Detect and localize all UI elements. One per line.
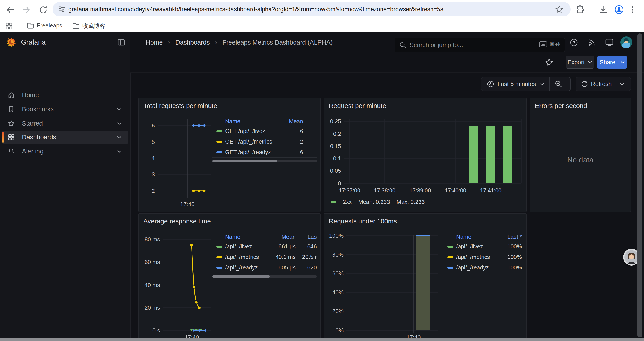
zoom-out-icon[interactable] — [555, 80, 562, 88]
series-swatch-green[interactable] — [216, 245, 222, 248]
panel-title: Errors per second — [535, 102, 587, 110]
actions-divider — [562, 58, 562, 67]
legend-row[interactable]: /api/_/livez 661 µs 646 — [212, 241, 317, 252]
help-icon[interactable]: ? — [570, 39, 578, 47]
time-range-group: Last 5 minutes — [481, 77, 570, 91]
bookmark-label: 收藏博客 — [82, 22, 105, 30]
legend-row[interactable]: GET /api/_/readyz 6 — [212, 147, 317, 158]
series-name: /api/_/livez — [225, 243, 267, 250]
back-icon[interactable] — [6, 6, 14, 14]
legend-scrollbar-thumb[interactable] — [212, 275, 270, 278]
url-text[interactable]: grafana.mathmast.com/d/deytv4rwavabkb/fr… — [68, 6, 443, 13]
no-data-message: No data — [530, 156, 631, 164]
svg-text:60 ms: 60 ms — [144, 259, 160, 265]
chevron-down-icon[interactable] — [116, 135, 122, 140]
panel-total-requests-per-minute[interactable]: Total requests per minute 6 5 4 3 2 17:4… — [138, 98, 321, 212]
series-swatch-blue[interactable] — [216, 267, 222, 269]
sidebar-item-home[interactable]: Home — [2, 89, 128, 101]
col-name[interactable]: Name — [225, 118, 279, 125]
extensions-icon[interactable] — [576, 5, 584, 14]
breadcrumb-dashboards[interactable]: Dashboards — [175, 39, 210, 46]
sidebar-item-bookmarks[interactable]: Bookmarks — [2, 103, 128, 115]
svg-text:0.05: 0.05 — [330, 167, 341, 174]
svg-text:0: 0 — [338, 180, 341, 187]
chevron-down-icon[interactable] — [540, 81, 545, 87]
bar-2xx[interactable] — [486, 126, 495, 183]
chevron-down-icon[interactable] — [116, 106, 122, 112]
panel-request-per-minute[interactable]: Request per minute 0.25 0.2 0.15 0.1 0.0… — [324, 98, 526, 212]
legend-row[interactable]: /api/_/readyz 100% — [444, 262, 522, 273]
svg-text:60%: 60% — [332, 270, 344, 277]
series-name: /api/_/metrics — [456, 254, 496, 260]
panel-requests-under-100ms[interactable]: Requests under 100ms 100% 80% 60% 40% 20… — [324, 213, 526, 341]
series-swatch-yellow[interactable] — [216, 256, 222, 258]
series-swatch-yellow[interactable] — [216, 141, 222, 143]
search-box[interactable]: ⌘+k — [395, 38, 565, 52]
panel-average-response-time[interactable]: Average response time 80 ms 60 ms 40 ms … — [138, 213, 321, 341]
series-swatch-yellow[interactable] — [448, 256, 453, 258]
bookmark-icon — [8, 106, 14, 112]
search-input[interactable] — [409, 41, 515, 49]
legend-scrollbar[interactable] — [212, 275, 317, 278]
apps-grid-icon[interactable] — [6, 23, 12, 30]
profile-icon[interactable] — [614, 5, 624, 15]
export-button[interactable]: Export — [566, 56, 594, 69]
folder-icon — [72, 23, 79, 29]
col-mean[interactable]: Mean — [267, 233, 296, 240]
col-name[interactable]: Name — [225, 233, 267, 240]
menu-kebab-icon[interactable] — [630, 5, 635, 14]
sidebar-item-alerting[interactable]: Alerting — [2, 145, 128, 158]
series-swatch-green[interactable] — [330, 201, 336, 203]
sidebar-collapse-icon[interactable] — [118, 39, 125, 46]
favorite-star-icon[interactable] — [545, 58, 553, 66]
legend-scrollbar-thumb[interactable] — [212, 160, 277, 162]
col-name[interactable]: Name — [456, 233, 496, 240]
panel-errors-per-second[interactable]: Errors per second No data — [530, 98, 631, 212]
series-swatch-green[interactable] — [216, 130, 222, 132]
forward-icon[interactable] — [22, 6, 30, 14]
bar-under-100ms[interactable] — [416, 236, 430, 330]
sidebar-item-dashboards[interactable]: Dashboards — [2, 131, 128, 144]
news-rss-icon[interactable] — [588, 39, 596, 47]
col-mean[interactable]: Mean — [279, 118, 303, 125]
breadcrumb-home[interactable]: Home — [146, 39, 163, 46]
active-indicator — [2, 132, 4, 143]
reload-icon[interactable] — [38, 5, 48, 15]
vertical-scrollbar[interactable] — [638, 33, 642, 337]
svg-text:2: 2 — [152, 188, 155, 194]
brand-name[interactable]: Grafana — [21, 38, 46, 46]
share-menu-button[interactable] — [618, 56, 627, 69]
legend-inline[interactable]: 2xx Mean: 0.233 Max: 0.233 — [330, 199, 425, 205]
legend-row[interactable]: /api/_/readyz 605 µs 620 — [212, 262, 317, 273]
series-swatch-blue[interactable] — [448, 267, 453, 269]
user-avatar[interactable] — [620, 36, 632, 49]
chevron-down-icon[interactable] — [116, 149, 122, 154]
refresh-label[interactable]: Refresh — [591, 81, 612, 88]
sidebar-item-starred[interactable]: Starred — [2, 117, 128, 130]
address-bar[interactable]: grafana.mathmast.com/d/deytv4rwavabkb/fr… — [52, 2, 570, 17]
legend-scrollbar[interactable] — [212, 160, 317, 162]
tv-kiosk-icon[interactable] — [605, 39, 614, 47]
legend-row[interactable]: /api/_/livez 100% — [444, 241, 522, 252]
legend-row[interactable]: GET /api/_/metrics 2 — [212, 137, 317, 147]
bookmark-folder-blogs[interactable]: 收藏博客 — [72, 22, 105, 30]
grafana-logo[interactable] — [6, 37, 16, 47]
series-swatch-green[interactable] — [448, 245, 453, 248]
svg-text:0.15: 0.15 — [330, 143, 341, 149]
chevron-down-icon[interactable] — [620, 81, 625, 87]
chevron-down-icon[interactable] — [116, 121, 122, 126]
series-swatch-blue[interactable] — [216, 151, 222, 153]
download-icon[interactable] — [599, 5, 608, 14]
site-settings-icon[interactable] — [58, 6, 65, 13]
col-last[interactable]: Las — [296, 233, 317, 240]
bar-2xx[interactable] — [469, 126, 478, 183]
bookmark-star-icon[interactable] — [555, 5, 563, 13]
share-button[interactable]: Share — [597, 56, 618, 69]
legend-row[interactable]: /api/_/metrics 100% — [444, 252, 522, 262]
bookmark-folder-freeleaps[interactable]: Freeleaps — [27, 22, 62, 29]
time-range-label[interactable]: Last 5 minutes — [498, 81, 536, 88]
bar-2xx[interactable] — [503, 126, 512, 183]
legend-row[interactable]: GET /api/_/livez 6 — [212, 126, 317, 137]
col-last[interactable]: Last * — [496, 233, 522, 240]
legend-row[interactable]: /api/_/metrics 40.1 ms 20.5 r — [212, 252, 317, 262]
